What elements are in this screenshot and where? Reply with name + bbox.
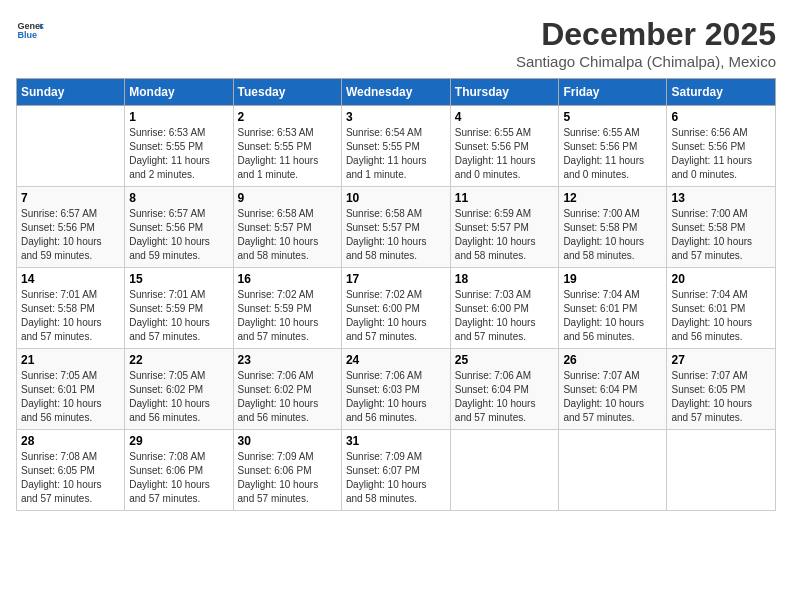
day-info: Sunrise: 7:09 AMSunset: 6:06 PMDaylight:… <box>238 450 337 506</box>
month-title: December 2025 <box>516 16 776 53</box>
calendar-cell: 3Sunrise: 6:54 AMSunset: 5:55 PMDaylight… <box>341 106 450 187</box>
day-info: Sunrise: 7:04 AMSunset: 6:01 PMDaylight:… <box>563 288 662 344</box>
day-number: 24 <box>346 353 446 367</box>
calendar-cell: 5Sunrise: 6:55 AMSunset: 5:56 PMDaylight… <box>559 106 667 187</box>
weekday-header-thursday: Thursday <box>450 79 559 106</box>
day-number: 2 <box>238 110 337 124</box>
weekday-header-monday: Monday <box>125 79 233 106</box>
day-number: 29 <box>129 434 228 448</box>
calendar-cell: 10Sunrise: 6:58 AMSunset: 5:57 PMDayligh… <box>341 187 450 268</box>
day-number: 28 <box>21 434 120 448</box>
day-info: Sunrise: 7:08 AMSunset: 6:06 PMDaylight:… <box>129 450 228 506</box>
day-info: Sunrise: 6:54 AMSunset: 5:55 PMDaylight:… <box>346 126 446 182</box>
day-info: Sunrise: 7:06 AMSunset: 6:03 PMDaylight:… <box>346 369 446 425</box>
weekday-header-saturday: Saturday <box>667 79 776 106</box>
day-info: Sunrise: 7:04 AMSunset: 6:01 PMDaylight:… <box>671 288 771 344</box>
calendar-cell: 31Sunrise: 7:09 AMSunset: 6:07 PMDayligh… <box>341 430 450 511</box>
day-info: Sunrise: 6:58 AMSunset: 5:57 PMDaylight:… <box>238 207 337 263</box>
day-number: 17 <box>346 272 446 286</box>
calendar-cell: 19Sunrise: 7:04 AMSunset: 6:01 PMDayligh… <box>559 268 667 349</box>
day-info: Sunrise: 6:53 AMSunset: 5:55 PMDaylight:… <box>238 126 337 182</box>
calendar-cell: 6Sunrise: 6:56 AMSunset: 5:56 PMDaylight… <box>667 106 776 187</box>
calendar-cell: 21Sunrise: 7:05 AMSunset: 6:01 PMDayligh… <box>17 349 125 430</box>
day-number: 25 <box>455 353 555 367</box>
day-number: 13 <box>671 191 771 205</box>
day-info: Sunrise: 7:02 AMSunset: 5:59 PMDaylight:… <box>238 288 337 344</box>
calendar-cell: 15Sunrise: 7:01 AMSunset: 5:59 PMDayligh… <box>125 268 233 349</box>
day-number: 21 <box>21 353 120 367</box>
day-info: Sunrise: 7:06 AMSunset: 6:02 PMDaylight:… <box>238 369 337 425</box>
calendar-cell: 7Sunrise: 6:57 AMSunset: 5:56 PMDaylight… <box>17 187 125 268</box>
day-number: 4 <box>455 110 555 124</box>
weekday-header-tuesday: Tuesday <box>233 79 341 106</box>
day-number: 10 <box>346 191 446 205</box>
day-info: Sunrise: 7:07 AMSunset: 6:04 PMDaylight:… <box>563 369 662 425</box>
calendar-cell: 20Sunrise: 7:04 AMSunset: 6:01 PMDayligh… <box>667 268 776 349</box>
calendar-cell: 11Sunrise: 6:59 AMSunset: 5:57 PMDayligh… <box>450 187 559 268</box>
day-number: 8 <box>129 191 228 205</box>
location-title: Santiago Chimalpa (Chimalpa), Mexico <box>516 53 776 70</box>
calendar-cell: 25Sunrise: 7:06 AMSunset: 6:04 PMDayligh… <box>450 349 559 430</box>
calendar-cell <box>667 430 776 511</box>
weekday-header-sunday: Sunday <box>17 79 125 106</box>
day-info: Sunrise: 7:00 AMSunset: 5:58 PMDaylight:… <box>671 207 771 263</box>
calendar-cell <box>17 106 125 187</box>
day-info: Sunrise: 6:55 AMSunset: 5:56 PMDaylight:… <box>563 126 662 182</box>
day-info: Sunrise: 6:56 AMSunset: 5:56 PMDaylight:… <box>671 126 771 182</box>
title-section: December 2025 Santiago Chimalpa (Chimalp… <box>516 16 776 70</box>
calendar-cell: 24Sunrise: 7:06 AMSunset: 6:03 PMDayligh… <box>341 349 450 430</box>
day-info: Sunrise: 6:53 AMSunset: 5:55 PMDaylight:… <box>129 126 228 182</box>
calendar-cell: 22Sunrise: 7:05 AMSunset: 6:02 PMDayligh… <box>125 349 233 430</box>
calendar-cell: 23Sunrise: 7:06 AMSunset: 6:02 PMDayligh… <box>233 349 341 430</box>
calendar-cell: 17Sunrise: 7:02 AMSunset: 6:00 PMDayligh… <box>341 268 450 349</box>
day-number: 6 <box>671 110 771 124</box>
day-number: 30 <box>238 434 337 448</box>
day-info: Sunrise: 6:59 AMSunset: 5:57 PMDaylight:… <box>455 207 555 263</box>
day-info: Sunrise: 6:57 AMSunset: 5:56 PMDaylight:… <box>129 207 228 263</box>
calendar-cell: 2Sunrise: 6:53 AMSunset: 5:55 PMDaylight… <box>233 106 341 187</box>
calendar-cell: 4Sunrise: 6:55 AMSunset: 5:56 PMDaylight… <box>450 106 559 187</box>
day-number: 11 <box>455 191 555 205</box>
day-number: 27 <box>671 353 771 367</box>
day-info: Sunrise: 6:57 AMSunset: 5:56 PMDaylight:… <box>21 207 120 263</box>
day-number: 31 <box>346 434 446 448</box>
calendar-cell: 29Sunrise: 7:08 AMSunset: 6:06 PMDayligh… <box>125 430 233 511</box>
day-number: 1 <box>129 110 228 124</box>
weekday-header-friday: Friday <box>559 79 667 106</box>
day-number: 3 <box>346 110 446 124</box>
day-number: 26 <box>563 353 662 367</box>
calendar-cell: 9Sunrise: 6:58 AMSunset: 5:57 PMDaylight… <box>233 187 341 268</box>
calendar-cell: 16Sunrise: 7:02 AMSunset: 5:59 PMDayligh… <box>233 268 341 349</box>
calendar-cell: 28Sunrise: 7:08 AMSunset: 6:05 PMDayligh… <box>17 430 125 511</box>
calendar-cell: 18Sunrise: 7:03 AMSunset: 6:00 PMDayligh… <box>450 268 559 349</box>
calendar-cell: 27Sunrise: 7:07 AMSunset: 6:05 PMDayligh… <box>667 349 776 430</box>
day-info: Sunrise: 7:05 AMSunset: 6:02 PMDaylight:… <box>129 369 228 425</box>
day-info: Sunrise: 7:08 AMSunset: 6:05 PMDaylight:… <box>21 450 120 506</box>
calendar-table: SundayMondayTuesdayWednesdayThursdayFrid… <box>16 78 776 511</box>
day-info: Sunrise: 7:09 AMSunset: 6:07 PMDaylight:… <box>346 450 446 506</box>
calendar-cell <box>450 430 559 511</box>
day-number: 9 <box>238 191 337 205</box>
day-info: Sunrise: 7:01 AMSunset: 5:58 PMDaylight:… <box>21 288 120 344</box>
day-number: 16 <box>238 272 337 286</box>
day-info: Sunrise: 7:03 AMSunset: 6:00 PMDaylight:… <box>455 288 555 344</box>
day-number: 22 <box>129 353 228 367</box>
weekday-header-wednesday: Wednesday <box>341 79 450 106</box>
logo-icon: General Blue <box>16 16 44 44</box>
day-number: 18 <box>455 272 555 286</box>
day-number: 15 <box>129 272 228 286</box>
day-number: 7 <box>21 191 120 205</box>
calendar-cell: 30Sunrise: 7:09 AMSunset: 6:06 PMDayligh… <box>233 430 341 511</box>
calendar-cell: 8Sunrise: 6:57 AMSunset: 5:56 PMDaylight… <box>125 187 233 268</box>
day-info: Sunrise: 7:06 AMSunset: 6:04 PMDaylight:… <box>455 369 555 425</box>
calendar-cell: 14Sunrise: 7:01 AMSunset: 5:58 PMDayligh… <box>17 268 125 349</box>
day-number: 12 <box>563 191 662 205</box>
day-number: 14 <box>21 272 120 286</box>
day-number: 23 <box>238 353 337 367</box>
day-number: 5 <box>563 110 662 124</box>
day-info: Sunrise: 7:05 AMSunset: 6:01 PMDaylight:… <box>21 369 120 425</box>
calendar-cell: 26Sunrise: 7:07 AMSunset: 6:04 PMDayligh… <box>559 349 667 430</box>
calendar-cell <box>559 430 667 511</box>
header: General Blue General Blue December 2025 … <box>16 16 776 70</box>
day-info: Sunrise: 7:02 AMSunset: 6:00 PMDaylight:… <box>346 288 446 344</box>
